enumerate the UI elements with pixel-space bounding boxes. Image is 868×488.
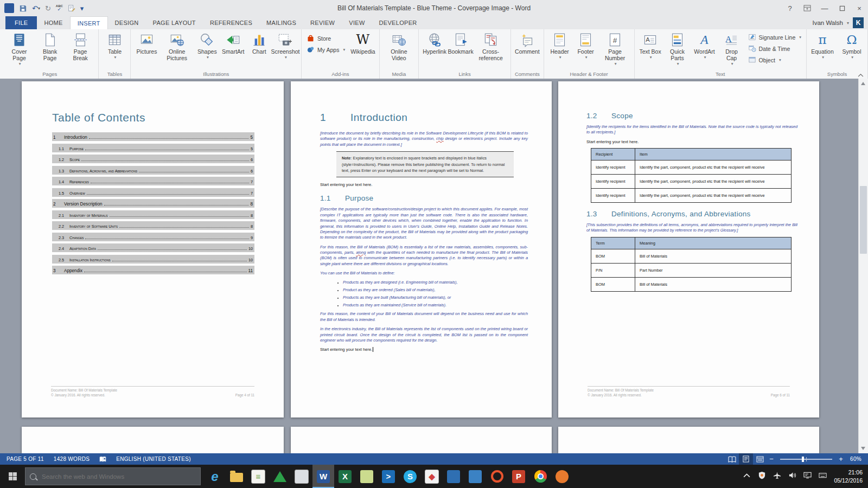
toc-entry[interactable]: 2.1Inventory of Materials8 bbox=[52, 210, 254, 219]
language-status[interactable]: ENGLISH (UNITED STATES) bbox=[111, 453, 196, 465]
file-explorer-icon[interactable] bbox=[226, 465, 247, 488]
table-cell[interactable]: Part Number bbox=[635, 264, 791, 278]
quick-parts-button[interactable]: Quick Parts▾ bbox=[665, 30, 691, 66]
toc-entry[interactable]: 1.5Overview7 bbox=[52, 188, 254, 197]
date-time-button[interactable]: Date & Time bbox=[746, 43, 803, 54]
toc-entry[interactable]: 2.2Inventory of Software Units8 bbox=[52, 221, 254, 230]
zoom-out-button[interactable]: − bbox=[767, 455, 776, 463]
customize-qat-button[interactable]: ▾ bbox=[80, 4, 84, 12]
document-page-next-row[interactable] bbox=[22, 427, 284, 453]
equation-button[interactable]: π Equation▾ bbox=[809, 30, 835, 60]
my-apps-button[interactable]: My Apps▾ bbox=[304, 44, 347, 55]
document-canvas[interactable]: Table of Contents 1Introduction51.1Purpo… bbox=[0, 79, 868, 453]
display-settings-icon[interactable] bbox=[803, 471, 812, 481]
document-page-scope[interactable]: 1.2Scope [Identify the recipients for th… bbox=[558, 81, 819, 418]
repeat-button[interactable]: ↻ bbox=[45, 4, 51, 12]
chrome-icon[interactable] bbox=[529, 465, 551, 488]
firefox-icon[interactable] bbox=[551, 465, 573, 488]
smartart-button[interactable]: SmartArt bbox=[220, 30, 246, 55]
help-button[interactable]: ? bbox=[781, 0, 799, 16]
minimize-button[interactable]: — bbox=[816, 0, 833, 16]
comment-button[interactable]: Comment bbox=[514, 30, 541, 55]
toc-entry[interactable]: 1.4References7 bbox=[52, 177, 254, 185]
table-cell[interactable]: BOM bbox=[591, 249, 635, 264]
skype-icon[interactable]: S bbox=[399, 465, 421, 488]
toc-entry[interactable]: 1.2Scope6 bbox=[52, 155, 254, 163]
start-button[interactable] bbox=[0, 465, 25, 488]
tab-review[interactable]: REVIEW bbox=[303, 16, 342, 29]
tab-developer[interactable]: DEVELOPER bbox=[372, 16, 424, 29]
tab-mailings[interactable]: MAILINGS bbox=[259, 16, 303, 29]
table-cell[interactable]: Identify the part, component, product et… bbox=[635, 160, 791, 174]
web-layout-button[interactable] bbox=[753, 453, 767, 465]
table-cell[interactable]: Identify recipient bbox=[591, 160, 635, 174]
table-cell[interactable]: BOM bbox=[591, 278, 635, 292]
table-header-cell[interactable]: Term bbox=[591, 237, 635, 249]
table-header-cell[interactable]: Item bbox=[635, 148, 791, 160]
tab-page-layout[interactable]: PAGE LAYOUT bbox=[146, 16, 203, 29]
google-drive-icon[interactable] bbox=[269, 465, 291, 488]
remote-desktop-icon[interactable] bbox=[443, 465, 464, 488]
document-page-toc[interactable]: Table of Contents 1Introduction51.1Purpo… bbox=[22, 81, 284, 418]
table-cell[interactable]: Identify recipient bbox=[591, 174, 635, 188]
toc-entry[interactable]: 2Version Description8 bbox=[52, 199, 254, 208]
word-icon[interactable]: W bbox=[312, 465, 334, 488]
tray-chevron-up-icon[interactable] bbox=[743, 471, 751, 481]
chart-button[interactable]: Chart bbox=[246, 30, 272, 55]
scroll-down-arrow[interactable] bbox=[861, 447, 865, 450]
cross-reference-button[interactable]: Cross-reference bbox=[474, 30, 508, 62]
shapes-button[interactable]: Shapes▾ bbox=[194, 30, 220, 60]
tab-view[interactable]: VIEW bbox=[342, 16, 372, 29]
security-shield-icon[interactable] bbox=[758, 471, 766, 481]
close-button[interactable]: × bbox=[851, 0, 868, 16]
zoom-slider[interactable] bbox=[780, 459, 832, 460]
taskbar-clock[interactable]: 21:06 05/12/2016 bbox=[834, 468, 863, 484]
keyboard-icon[interactable] bbox=[819, 471, 827, 481]
table-cell[interactable]: Identify recipient bbox=[591, 188, 635, 202]
cover-page-button[interactable]: Cover Page▾ bbox=[4, 30, 35, 66]
blank-page-button[interactable]: Blank Page bbox=[35, 30, 65, 62]
document-page-introduction[interactable]: 1Introduction [Introduce the document by… bbox=[291, 81, 552, 418]
page-status[interactable]: PAGE 5 OF 11 bbox=[2, 453, 49, 465]
footer-button[interactable]: Footer▾ bbox=[573, 30, 599, 60]
toc-entry[interactable]: 1.3Definitions, Acronyms, and Abbreviati… bbox=[52, 166, 254, 175]
scroll-up-arrow[interactable] bbox=[861, 82, 865, 85]
wikipedia-button[interactable]: W Wikipedia bbox=[349, 30, 376, 55]
save-button[interactable] bbox=[19, 4, 27, 12]
print-layout-button[interactable] bbox=[739, 453, 753, 465]
scrollbar-thumb[interactable] bbox=[860, 186, 867, 254]
tab-file[interactable]: FILE bbox=[5, 16, 37, 29]
proofing-status-icon[interactable] bbox=[94, 453, 111, 465]
document-page-next-row[interactable] bbox=[291, 427, 552, 453]
zoom-in-button[interactable]: + bbox=[837, 455, 845, 463]
edge-icon[interactable]: e bbox=[204, 465, 226, 488]
tab-home[interactable]: HOME bbox=[37, 16, 69, 29]
online-video-button[interactable]: Online Video bbox=[382, 30, 416, 62]
online-pictures-button[interactable]: Online Pictures bbox=[159, 30, 194, 62]
tab-references[interactable]: REFERENCES bbox=[203, 16, 259, 29]
photo-viewer-icon[interactable]: ◆ bbox=[421, 465, 443, 488]
header-button[interactable]: Header▾ bbox=[547, 30, 573, 60]
signature-line-button[interactable]: Signature Line▾ bbox=[746, 31, 803, 43]
table-button[interactable]: Table▾ bbox=[101, 30, 127, 60]
table-cell[interactable]: Identify the part, component, product et… bbox=[635, 174, 791, 188]
toc-entry[interactable]: 1.1Purpose5 bbox=[52, 144, 254, 152]
tab-design[interactable]: DESIGN bbox=[108, 16, 146, 29]
table-cell[interactable]: Bill of Materials bbox=[635, 249, 791, 264]
page-number-button[interactable]: # Page Number▾ bbox=[599, 30, 631, 66]
airplane-mode-icon[interactable] bbox=[773, 471, 781, 481]
powershell-icon[interactable]: > bbox=[378, 465, 399, 488]
opera-icon[interactable] bbox=[486, 465, 508, 488]
table-header-cell[interactable]: Recipient bbox=[591, 148, 635, 160]
drop-cap-button[interactable]: A Drop Cap▾ bbox=[719, 30, 745, 66]
text-box-button[interactable]: A Text Box▾ bbox=[637, 30, 663, 60]
document-page-next-row[interactable] bbox=[558, 427, 819, 453]
table-cell[interactable]: Identify the part, component, product et… bbox=[635, 188, 791, 202]
object-button[interactable]: Object▾ bbox=[746, 54, 803, 66]
table-header-cell[interactable]: Meaning bbox=[635, 237, 791, 249]
excel-icon[interactable]: X bbox=[334, 465, 356, 488]
volume-icon[interactable] bbox=[788, 471, 796, 481]
pictures-button[interactable]: Pictures bbox=[133, 30, 159, 55]
libreoffice-icon[interactable]: ≡ bbox=[247, 465, 269, 488]
hyperlink-button[interactable]: Hyperlink bbox=[422, 30, 448, 55]
